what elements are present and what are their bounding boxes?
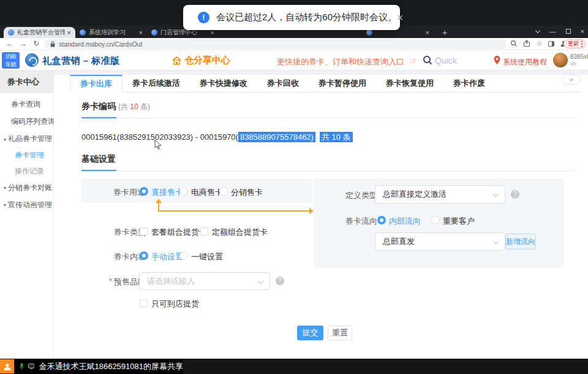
address-bar[interactable]: standard.maboy.cn/CardsOut	[44, 39, 507, 49]
tab-card-void[interactable]: 券卡作废	[443, 75, 495, 92]
codes-divider	[81, 118, 575, 118]
option-distribution-sale[interactable]: 分销售卡	[231, 187, 263, 198]
share-icon[interactable]	[523, 40, 530, 47]
sidebar-group-distribution-reconciliation[interactable]: ▾分销券卡对账	[0, 182, 53, 193]
add-flow-button[interactable]: 新增流向	[505, 234, 536, 250]
codes-count: (共 10 条)	[118, 102, 150, 111]
tab-close-icon[interactable]: ×	[211, 29, 214, 36]
main-area: 券卡中心 券卡查询 编码序列查询 ▴礼品券卡管理 券卡管理 操作记录 ▾分销券卡…	[0, 71, 588, 359]
code-count-badge: 共 10 条	[320, 132, 353, 142]
tab-card-recycle[interactable]: 券卡回收	[257, 75, 309, 92]
option-direct-sale[interactable]: 直接售卡	[151, 187, 183, 198]
window-menu-icon[interactable]	[535, 28, 540, 32]
toast-message: 会议已超过2人，自动转为60分钟限时会议。	[216, 12, 397, 23]
flow-select[interactable]: 总部直发	[375, 232, 505, 251]
sidebar-group-label: 分销券卡对账	[8, 183, 52, 192]
quick-search-icon[interactable]	[423, 55, 432, 65]
card-code-range: 00015961(8385291502033923) - 00015970(83…	[81, 132, 353, 143]
window-close-button[interactable]: ×	[581, 28, 584, 35]
reset-button[interactable]: 重置	[328, 326, 352, 340]
user-avatar[interactable]	[553, 53, 568, 67]
define-type-label: 定义类型	[345, 190, 377, 201]
codes-title-underline	[81, 117, 116, 118]
option-one-click-setup[interactable]: 一键设置	[191, 251, 223, 262]
system-tutorial-link[interactable]: 系统使用教程	[503, 57, 547, 67]
option-internal-flow[interactable]: 内部流向	[389, 216, 421, 227]
codes-title-text: 券卡编码	[81, 101, 116, 111]
presale-brand-help-icon[interactable]: ?	[276, 277, 284, 285]
sidebar-item-card-management[interactable]: 券卡管理	[0, 150, 53, 161]
radio-ecommerce-sale[interactable]	[179, 187, 188, 196]
tab-card-restore[interactable]: 券卡恢复使用	[376, 75, 443, 92]
radio-important-customer[interactable]	[431, 216, 440, 224]
radio-internal-flow[interactable]	[377, 216, 386, 224]
option-fixed-amount-combo-card[interactable]: 定额组合提货卡	[212, 227, 268, 238]
window-maximize-button[interactable]	[566, 29, 571, 34]
tab-card-outbound[interactable]: 券卡出库	[70, 75, 123, 93]
browser-toolbar: ← → ↻ standard.maboy.cn/CardsOut ☆ 更新	[0, 38, 588, 50]
required-asterisk: *	[109, 277, 112, 286]
url-text: standard.maboy.cn/CardsOut	[59, 40, 142, 48]
radio-one-click-setup[interactable]	[179, 251, 188, 260]
flow-arrow-horizontal	[158, 210, 309, 212]
warehouse-icon	[172, 56, 181, 65]
chrome-update-chip[interactable]: 更新	[564, 39, 586, 48]
user-sub: xh	[570, 61, 576, 67]
zoom-icon[interactable]	[510, 40, 518, 47]
window-minimize-button[interactable]: —	[549, 28, 556, 35]
pointing-finger-icon: ☞	[409, 55, 417, 66]
share-text: 金禾通技术王斌18662591081的屏幕共享	[39, 361, 183, 372]
radio-distribution-sale[interactable]	[219, 187, 228, 196]
option-important-customer[interactable]: 重要客户	[443, 216, 475, 227]
info-icon: !	[198, 12, 209, 23]
tab-card-quick-modify[interactable]: 券卡快捷修改	[190, 75, 257, 92]
forward-button[interactable]: →	[20, 39, 27, 48]
tab-card-followup-activation[interactable]: 券卡后续激活	[123, 75, 190, 92]
radio-direct-sale[interactable]	[140, 187, 148, 196]
back-button[interactable]: ←	[6, 39, 13, 48]
option-store-pickup-only[interactable]: 只可到店提货	[151, 299, 199, 310]
sidebar-item-operation-log[interactable]: 操作记录	[0, 166, 53, 177]
tab-close-icon[interactable]: ×	[426, 29, 429, 36]
checkbox-store-pickup-only[interactable]	[140, 299, 148, 307]
sidebar-item-code-sequence-query[interactable]: 编码序列查询	[0, 116, 53, 127]
checkbox-fixed-amount-combo-card[interactable]	[200, 227, 208, 235]
define-flow-panel: 定义类型 总部直接定义激活 ? 券卡流向 内部流向 重要客户 总部直发 新增流向	[314, 179, 564, 268]
panel-collapse-button[interactable]: »	[562, 74, 581, 85]
define-type-help-icon[interactable]: ?	[511, 190, 519, 199]
tab-close-icon[interactable]: ×	[67, 29, 71, 36]
new-tab-button[interactable]: +	[442, 28, 447, 37]
flow-label: 券卡流向	[345, 216, 377, 227]
sidebar-item-card-query[interactable]: 券卡查询	[0, 99, 53, 110]
sidebar-group-gift-card-management[interactable]: ▴礼品券卡管理	[0, 133, 53, 144]
browser-tab-1[interactable]: 礼盒营销平台管理中心 ×	[4, 27, 75, 38]
quick-label[interactable]: Quick	[435, 56, 457, 66]
option-package-combo-card[interactable]: 套餐组合提货卡	[151, 227, 207, 238]
sidebar-group-promo-animation[interactable]: ▾宣传动画管理	[0, 199, 53, 210]
function-nav-toggle[interactable]: 功能 导航	[2, 52, 20, 69]
tab-close-icon[interactable]: ×	[139, 29, 143, 36]
sidebar: 券卡中心 券卡查询 编码序列查询 ▴礼品券卡管理 券卡管理 操作记录 ▾分销券卡…	[0, 71, 54, 359]
side-panel-icon[interactable]	[548, 41, 554, 47]
tab-card-suspend[interactable]: 券卡暂停使用	[309, 75, 376, 92]
checkbox-package-combo-card[interactable]	[140, 227, 148, 235]
toast-close-icon[interactable]: ×	[397, 12, 404, 23]
option-manual-setup[interactable]: 手动设置	[151, 251, 183, 262]
sidebar-group-label: 宣传动画管理	[8, 200, 52, 209]
radio-manual-setup[interactable]	[140, 251, 148, 260]
participant-video-tile[interactable]	[0, 359, 14, 373]
flow-arrow-right-head	[309, 208, 314, 214]
nav-toggle-line2: 导航	[2, 61, 20, 69]
reload-button[interactable]: ↻	[33, 39, 39, 48]
share-center-label: 仓分享中心	[184, 55, 230, 66]
warehouse-share-center-link[interactable]: 仓分享中心	[172, 55, 230, 66]
menu-kebab-icon	[581, 44, 582, 45]
settings-title-underline	[81, 170, 116, 171]
submit-button[interactable]: 提交	[297, 326, 323, 340]
bookmark-star-icon[interactable]: ☆	[536, 40, 543, 47]
define-type-select[interactable]: 总部直接定义激活	[375, 185, 505, 204]
location-pin-icon	[494, 56, 500, 64]
presale-brand-select[interactable]: 请选择或输入	[139, 272, 270, 290]
browser-tab-2[interactable]: 系统培训学习 ×	[75, 27, 147, 38]
option-ecommerce-sale[interactable]: 电商售卡	[191, 187, 223, 198]
